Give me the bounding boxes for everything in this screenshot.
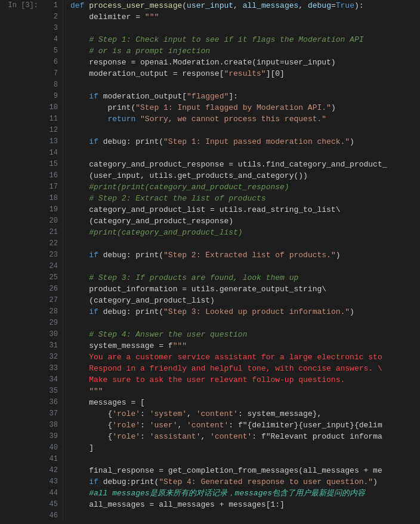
str-token: "Step 2: Extracted list of products."	[163, 251, 336, 260]
line-number: 27	[42, 295, 63, 306]
default-text-token: debug:print(	[103, 477, 159, 486]
line-number: 9	[42, 91, 63, 102]
str-token: 'content'	[210, 432, 252, 441]
default-text-token: {	[70, 421, 112, 430]
code-line: {'role': 'system', 'content': system_mes…	[63, 408, 420, 420]
line-number: 38	[42, 420, 63, 431]
line-number: 25	[42, 272, 63, 283]
code-line: return "Sorry, we cannot process this re…	[63, 113, 420, 125]
line-number: 23	[42, 249, 63, 261]
default-text-token: )	[350, 137, 354, 146]
line-number: 15	[42, 159, 63, 170]
line-number: 33	[42, 363, 63, 374]
line-number: 45	[42, 499, 63, 510]
default-text-token	[70, 273, 89, 282]
line-number: 35	[42, 386, 63, 397]
str-token: 'role'	[112, 421, 140, 430]
code-line	[63, 125, 420, 136]
cell-label: In [3]:	[8, 0, 42, 11]
code-line: delimiter = """	[63, 11, 420, 23]
code-line	[63, 261, 420, 272]
line-number: 8	[42, 79, 63, 91]
line-number: 18	[42, 193, 63, 204]
default-text-token: ):	[354, 1, 364, 10]
code-line: (user_input, utils.get_products_and_cate…	[63, 170, 420, 181]
line-number: 40	[42, 442, 63, 454]
param-token: all_messages	[243, 1, 299, 10]
line-number: 10	[42, 102, 63, 113]
red-text-token: Respond in a friendly and helpful tone, …	[70, 364, 382, 373]
default-text-token: final_response = get_completion_from_mes…	[70, 466, 382, 475]
line-numbers: 1234567891011121314151617181920212223242…	[42, 0, 63, 522]
line-number: 5	[42, 45, 63, 57]
comment-token: # Step 1: Check input to see if it flags…	[89, 35, 363, 44]
str-token: 'user'	[150, 421, 178, 430]
default-text-token	[70, 477, 89, 486]
line-number: 39	[42, 431, 63, 442]
default-text-token: moderation_output = response[	[70, 69, 224, 78]
code-line: moderation_output = response["results"][…	[63, 68, 420, 79]
default-text-token: delimiter =	[70, 13, 145, 21]
code-line: system_message = f"""	[63, 340, 420, 352]
code-line: product_information = utils.generate_out…	[63, 283, 420, 295]
default-text-token: moderation_output[	[103, 92, 187, 101]
default-text-token: )	[373, 477, 378, 486]
bool-token: True	[336, 1, 354, 10]
line-number: 19	[42, 204, 63, 215]
cyan-comment-token: #all messages是原来所有的对话记录，messages包含了用户最新提…	[70, 489, 365, 498]
code-content[interactable]: def process_user_message(user_input, all…	[63, 0, 420, 522]
default-text-token: response = openai.Moderation.create(inpu…	[70, 58, 336, 67]
line-number: 46	[42, 510, 63, 522]
default-text-token: ]	[70, 443, 94, 452]
default-text-token: ,	[200, 432, 210, 441]
code-line: def process_user_message(user_input, all…	[63, 0, 420, 11]
line-number: 29	[42, 318, 63, 329]
line-number: 14	[42, 147, 63, 159]
param-token: user_input	[187, 1, 233, 10]
line-number: 36	[42, 397, 63, 408]
str-token: 'system'	[150, 409, 187, 418]
str-token: "Sorry, we cannot process this request."	[140, 115, 326, 124]
default-text-token: ][0]	[266, 69, 285, 78]
str-token: """	[70, 387, 103, 396]
default-text-token: print(	[70, 103, 135, 112]
str-token: "Step 1: Input passed moderation check."	[163, 137, 350, 146]
code-line	[63, 23, 420, 34]
line-number: 4	[42, 34, 63, 45]
line-number: 3	[42, 23, 63, 34]
line-number: 2	[42, 11, 63, 23]
code-editor: In [3]: 12345678910111213141516171819202…	[0, 0, 420, 522]
code-line: Respond in a friendly and helpful tone, …	[63, 363, 420, 374]
code-line	[63, 454, 420, 465]
default-text-token: all_messages = all_messages + messages[1…	[70, 500, 285, 509]
default-text-token: :	[140, 432, 150, 441]
fn-token: process_user_message	[89, 1, 182, 10]
line-number: 34	[42, 374, 63, 386]
code-line: if debug: print("Step 2: Extracted list …	[63, 249, 420, 261]
line-number: 42	[42, 465, 63, 476]
kw-token: return	[107, 115, 140, 124]
str-token: 'assistant'	[150, 432, 201, 441]
line-number: 37	[42, 408, 63, 420]
str-token: 'role'	[112, 409, 140, 418]
default-text-token: messages = [	[70, 398, 145, 407]
str-token: 'content'	[196, 409, 238, 418]
code-line: # Step 2: Extract the list of products	[63, 193, 420, 204]
default-text-token: =	[331, 1, 336, 10]
code-line: response = openai.Moderation.create(inpu…	[63, 57, 420, 68]
comment-token: # Step 3: If products are found, look th…	[89, 273, 298, 282]
default-text-token: (category_and_product_response)	[70, 217, 233, 226]
red-text-token: You are a customer service assistant for…	[70, 353, 382, 362]
default-text-token: )	[336, 251, 341, 260]
default-text-token: (	[182, 1, 187, 10]
default-text-token: )	[331, 103, 336, 112]
code-line	[63, 238, 420, 249]
default-text-token: : f"Relevant product informa	[252, 432, 382, 441]
code-line	[63, 510, 420, 522]
default-text-token	[70, 115, 107, 124]
default-text-token: product_information = utils.generate_out…	[70, 285, 326, 294]
line-number: 7	[42, 68, 63, 79]
line-number: 44	[42, 488, 63, 499]
line-number: 26	[42, 283, 63, 295]
default-text-token: )	[350, 307, 354, 316]
